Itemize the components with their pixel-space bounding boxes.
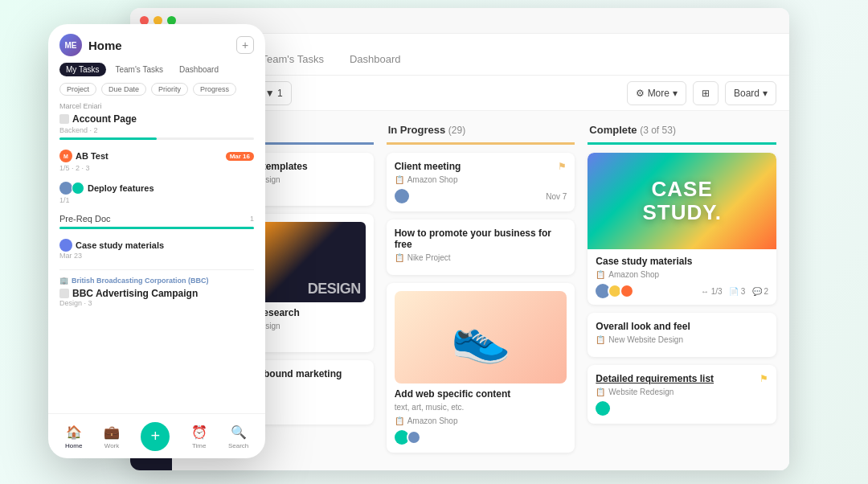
card-meta: ↔ 1/3 📄 3 💬 2 (596, 284, 768, 298)
case-study-image: CASESTUDY. (588, 153, 776, 249)
task-title-text: Account Page (72, 113, 137, 125)
footer-time[interactable]: ⏰ Time (190, 423, 208, 449)
footer-search[interactable]: 🔍 Search (228, 423, 248, 449)
deploy-title: Deploy features (88, 183, 154, 193)
case-title: Case study materials (76, 240, 164, 250)
mobile-tab-teams[interactable]: Team's Tasks (109, 63, 170, 76)
filter-due-date[interactable]: Due Date (101, 83, 146, 96)
chevron-down-icon: ▾ (673, 88, 678, 99)
mobile-content: Marcel Eniari Account Page Backend · 2 M (48, 102, 265, 413)
flag-icon: ⚑ (558, 161, 567, 172)
footer-add-button[interactable]: + (141, 422, 170, 451)
progress-bar (59, 137, 254, 140)
bbc-title: BBC Advertising Campaign (59, 288, 254, 299)
card-requirements[interactable]: ⚑ Detailed requirements list 📋 Website R… (588, 365, 776, 424)
more-button[interactable]: ⚙ More ▾ (627, 81, 686, 105)
filter-priority[interactable]: Priority (151, 83, 188, 96)
folder-icon: 📋 (596, 335, 605, 344)
mobile-user: ME Home (59, 34, 122, 56)
card-web-content[interactable]: 👟 Add web specific content text, art, mu… (387, 283, 575, 453)
prereq-title: Pre-Req Doc (59, 214, 111, 224)
prereq-count: 1 (250, 215, 254, 223)
filter-project[interactable]: Project (59, 83, 96, 96)
time-icon: ⏰ (190, 423, 208, 441)
inprogress-header: In Progress (29) (387, 124, 575, 145)
mobile-task-account[interactable]: Account Page Backend · 2 (59, 113, 254, 140)
tab-dashboard[interactable]: Dashboard (348, 53, 403, 75)
task-icon (59, 114, 69, 124)
card-overall-look[interactable]: Overall look and feel 📋 New Website Desi… (588, 313, 776, 357)
card-case-study[interactable]: CASESTUDY. Case study materials 📋 Amazon… (588, 153, 776, 305)
task-meta: Backend · 2 (59, 126, 254, 134)
card-project: 📋 New Website Design (596, 335, 768, 344)
ab-test-meta: 1/5 · 2 · 3 (59, 164, 254, 172)
mobile-overlay: ME Home + My Tasks Team's Tasks Dashboar… (48, 24, 265, 458)
mobile-task-deploy[interactable]: Deploy features 1/1 (59, 182, 254, 204)
ab-test-title: AB Test (76, 151, 108, 161)
card-project: 📋 Nike Project (395, 253, 567, 262)
card-project: 📋 Amazon Shop (395, 175, 567, 184)
mobile-add-button[interactable]: + (236, 36, 254, 54)
home-icon: 🏠 (65, 423, 83, 441)
mobile-tab-dashboard[interactable]: Dashboard (173, 63, 225, 76)
card-title: How to promote your business for free (395, 228, 567, 250)
card-title: Detailed requirements list (596, 373, 768, 384)
bbc-task-icon (59, 289, 69, 298)
mobile-task-ab[interactable]: M AB Test Mar 16 1/5 · 2 · 3 (59, 150, 254, 172)
mobile-home-title: Home (88, 39, 122, 52)
card-promote[interactable]: How to promote your business for free 📋 … (387, 219, 575, 275)
divider (59, 269, 254, 270)
card-project: 📋 Website Redesign (596, 388, 768, 396)
folder-icon: 📋 (395, 253, 404, 262)
complete-count: (3 of 53) (640, 125, 676, 136)
chevron-down-icon: ▾ (763, 88, 768, 99)
card-project: 📋 Amazon Shop (596, 270, 768, 279)
ab-test-tag: Mar 16 (226, 152, 254, 161)
grid-icon: ⊞ (702, 88, 710, 99)
mobile-task-bbc[interactable]: BBC Advertising Campaign Design · 3 (59, 288, 254, 307)
filter-progress[interactable]: Progress (193, 83, 236, 96)
footer-search-label: Search (228, 442, 248, 449)
mobile-tabs: My Tasks Team's Tasks Dashboard (48, 63, 265, 83)
mobile-task-case[interactable]: Case study materials Mar 23 (59, 239, 254, 260)
mobile-section-label: Marcel Eniari (59, 102, 254, 110)
complete-header: Complete (3 of 53) (588, 124, 776, 145)
folder-icon: 📋 (395, 175, 404, 184)
card-meta: Nov 7 (395, 189, 567, 203)
footer-work-label: Work (104, 442, 120, 449)
card-project: 📋 Amazon Shop (395, 416, 567, 425)
board-button[interactable]: Board ▾ (725, 81, 776, 105)
mobile-footer: 🏠 Home 💼 Work + ⏰ Time 🔍 Search (48, 413, 265, 458)
settings-icon: ⚙ (636, 88, 645, 99)
card-tags: text, art, music, etc. (395, 403, 567, 412)
flag-icon: ⚑ (760, 373, 768, 384)
card-client-meeting[interactable]: ⚑ Client meeting 📋 Amazon Shop Nov 7 (387, 153, 575, 211)
card-meta (596, 401, 768, 416)
mobile-avatar: ME (59, 34, 82, 56)
card-title: Client meeting (395, 161, 567, 172)
case-date: Mar 23 (59, 252, 254, 260)
complete-column: Complete (3 of 53) CASESTUDY. Case study… (588, 124, 776, 457)
footer-work[interactable]: 💼 Work (103, 423, 121, 449)
folder-icon: 📋 (395, 416, 404, 425)
bbc-meta: Design · 3 (59, 299, 254, 307)
deploy-meta: 1/1 (59, 196, 254, 204)
view-toggle-button[interactable]: ⊞ (693, 81, 719, 105)
mobile-task-prereq[interactable]: Pre-Req Doc 1 (59, 214, 254, 229)
folder-icon: 📋 (596, 270, 605, 279)
mobile-header: ME Home + (48, 24, 265, 63)
mobile-tab-my-tasks[interactable]: My Tasks (59, 63, 106, 76)
mobile-section-bbc: 🏢 British Broadcasting Corporation (BBC) (59, 277, 254, 285)
folder-icon: 📋 (596, 388, 605, 396)
card-title: Add web specific content (395, 388, 567, 400)
footer-home[interactable]: 🏠 Home (65, 423, 83, 449)
footer-home-label: Home (65, 442, 82, 449)
inprogress-column: In Progress (29) ⚑ Client meeting 📋 Amaz… (387, 124, 575, 457)
card-title: Overall look and feel (596, 321, 768, 332)
mobile-filters: Project Due Date Priority Progress (48, 83, 265, 102)
work-icon: 💼 (103, 423, 121, 441)
footer-time-label: Time (192, 442, 206, 449)
card-meta (395, 430, 567, 445)
card-title: Case study materials (596, 256, 768, 267)
tab-teams-tasks[interactable]: Team's Tasks (260, 53, 326, 75)
